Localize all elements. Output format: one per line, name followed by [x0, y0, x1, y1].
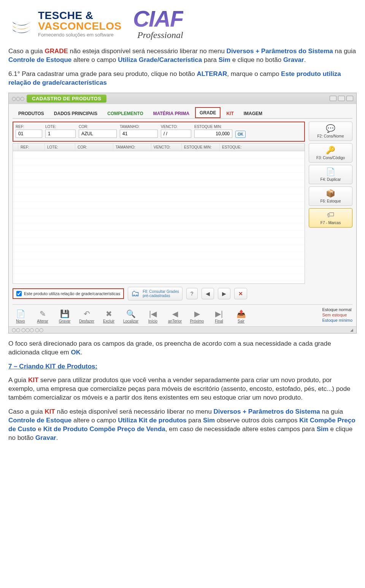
lower-bar: Este produto utiliza relação de grade/ca… — [13, 287, 305, 300]
estoquemin-label: ESTOQUE MIN: — [194, 125, 232, 129]
cor-input[interactable] — [79, 130, 117, 138]
tab-imagem[interactable]: IMAGEM — [240, 108, 267, 118]
tool-icon: ▶| — [215, 309, 223, 318]
checkbox-grade-wrap: Este produto utiliza relação de grade/ca… — [13, 288, 124, 299]
tv-line1: TESCHE & — [38, 10, 122, 21]
tag-icon: 🏷 — [325, 211, 336, 219]
gh-ref: REF: — [18, 144, 45, 151]
gh-estoque: ESTOQUE: — [220, 144, 305, 151]
side-f6-estoque[interactable]: 📦 F6: Estoque — [309, 187, 352, 206]
statusbar: ◯◯ ◯◯◯ ◯◯◢ — [9, 326, 356, 333]
ref-input[interactable] — [16, 130, 42, 138]
paragraph-kit-intro: A guia KIT serve para utilizar produtos … — [8, 376, 357, 402]
ciaf-name: CIAF — [133, 8, 183, 30]
grid-body[interactable] — [13, 151, 305, 283]
window-controls — [330, 96, 353, 101]
tool-anterior[interactable]: ◀anTerior — [167, 309, 183, 323]
header-logos: TESCHE & VASCONCELOS Fornecendo soluções… — [8, 8, 357, 40]
tv-tagline: Fornecendo soluções em software — [38, 32, 122, 37]
tool-final[interactable]: ▶|Final — [211, 309, 227, 323]
titlebar: ◯◯◯ CADASTRO DE PRODUTOS — [9, 93, 356, 104]
checkbox-grade[interactable] — [16, 291, 22, 296]
prev-button[interactable]: ◀ — [202, 288, 214, 299]
side-f3-cons-codigo[interactable]: 🔑 F3: Cons/Código — [309, 143, 352, 163]
cor-label: COR: — [79, 125, 117, 129]
side-f7-marcas[interactable]: 🏷 F7 - Marcas — [309, 208, 352, 228]
key-icon: 🔑 — [325, 146, 336, 154]
speech-icon: 💬 — [325, 124, 336, 133]
side-panel: 💬 F2: Cons/Nome 🔑 F3: Cons/Código 📄 F4: … — [309, 122, 352, 300]
tab-dados-principais[interactable]: DADOS PRINCIPAIS — [50, 108, 102, 118]
tool-icon: ▶ — [194, 309, 200, 318]
stock-legend: Estoque normal Sem estoque Estoque mínim… — [322, 307, 352, 323]
paragraph-focus: O foco será direcionado para os campos d… — [8, 340, 357, 357]
logo-tesche-vasconcelos: TESCHE & VASCONCELOS Fornecendo soluções… — [8, 10, 122, 37]
lote-input[interactable] — [45, 130, 76, 138]
maximize-icon[interactable] — [338, 96, 345, 101]
ciaf-tag: Professional — [133, 30, 183, 40]
tab-kit[interactable]: KIT — [222, 108, 238, 118]
tamanho-input[interactable] — [120, 130, 158, 138]
minimize-icon[interactable] — [330, 96, 336, 101]
tool-localizar[interactable]: 🔍Localizar — [123, 309, 139, 323]
ref-label: REF: — [16, 125, 42, 129]
next-button[interactable]: ▶ — [218, 288, 230, 299]
checkbox-grade-label: Este produto utiliza relação de grade/ca… — [24, 291, 120, 296]
tab-complemento[interactable]: COMPLEMENTO — [103, 108, 147, 118]
box-icon: 📦 — [325, 189, 336, 198]
tool-novo[interactable]: 📄Novo — [13, 309, 29, 323]
tool-alterar[interactable]: ✎Alterar — [35, 309, 51, 323]
tool-icon: 🔍 — [126, 309, 136, 318]
tab-grade[interactable]: GRADE — [195, 107, 221, 118]
grade-input-bar: REF: LOTE: COR: TAMANHO: — [13, 122, 305, 142]
ok-button[interactable]: OK — [235, 131, 246, 138]
help-button[interactable]: ? — [186, 288, 198, 299]
tool-icon: ✖ — [106, 309, 112, 318]
tool-icon: ✎ — [40, 309, 46, 318]
tab-materia-prima[interactable]: MATÉRIA PRIMA — [149, 108, 194, 118]
close-icon[interactable] — [346, 96, 353, 101]
tabs: PRODUTOS DADOS PRINCIPAIS COMPLEMENTO MA… — [13, 107, 352, 119]
side-f4-duplicar[interactable]: 📄 F4: Duplicar — [309, 165, 352, 184]
app-window: ◯◯◯ CADASTRO DE PRODUTOS PRODUTOS DADOS … — [8, 93, 357, 334]
tab-produtos[interactable]: PRODUTOS — [14, 108, 48, 118]
f8-consultar-button[interactable]: 🗂 F8: Consultar Grades pré-cadastradas — [128, 287, 182, 300]
grade-grid: REF: LOTE: COR: TAMANHO: VENCTO: ESTOQUE… — [13, 143, 305, 284]
bottom-toolbar: 📄Novo✎Alterar💾Gravar↶Desfazer✖Excluir🔍Lo… — [13, 304, 352, 323]
tool-gravar[interactable]: 💾Gravar — [57, 309, 73, 323]
lote-label: LOTE: — [45, 125, 76, 129]
vencto-input[interactable] — [161, 130, 191, 138]
tool-desfazer[interactable]: ↶Desfazer — [79, 309, 95, 323]
tv-mark-icon — [8, 10, 35, 37]
gh-tamanho: TAMANHO: — [113, 144, 151, 151]
paragraph-step-6-1: 6.1° Para cadastrar uma grade para seu p… — [8, 70, 357, 87]
tv-line2: VASCONCELOS — [38, 21, 122, 32]
tool-icon: ↶ — [84, 309, 90, 318]
gh-lote: LOTE: — [45, 144, 75, 151]
side-f2-cons-nome[interactable]: 💬 F2: Cons/Nome — [309, 122, 352, 141]
tool-início[interactable]: |◀Início — [145, 309, 161, 323]
tool-icon: 💾 — [60, 309, 70, 318]
paragraph-kit-tip: Caso a guia KIT não esteja disponível se… — [8, 408, 357, 443]
tool-icon: |◀ — [149, 309, 157, 318]
logo-ciaf: CIAF Professional — [133, 8, 183, 40]
window-title: CADASTRO DE PRODUTOS — [27, 95, 106, 103]
tool-excluir[interactable]: ✖Excluir — [101, 309, 117, 323]
titlebar-left-corner: ◯◯◯ — [12, 96, 24, 101]
section-7-heading: 7 – Criando KIT de Produtos: — [8, 362, 357, 371]
tool-icon: 📤 — [236, 309, 246, 318]
gh-estoquemin: ESTOQUE MIN: — [182, 144, 220, 151]
tool-próximo[interactable]: ▶Próximo — [189, 309, 205, 323]
folder-search-icon: 🗂 — [131, 289, 140, 299]
gh-vencto: VENCTO: — [151, 144, 182, 151]
paragraph-grade-tip: Caso a guia GRADE não esteja disponível … — [8, 47, 357, 65]
tool-icon: 📄 — [16, 309, 25, 318]
tamanho-label: TAMANHO: — [120, 125, 158, 129]
tool-icon: ◀ — [172, 309, 178, 318]
vencto-label: VENCTO: — [161, 125, 191, 129]
copy-icon: 📄 — [325, 168, 336, 176]
delete-button[interactable]: ✕ — [234, 288, 247, 299]
tool-sair[interactable]: 📤Sair — [233, 309, 249, 323]
gh-cor: COR: — [75, 144, 113, 151]
estoquemin-input[interactable] — [194, 130, 232, 138]
